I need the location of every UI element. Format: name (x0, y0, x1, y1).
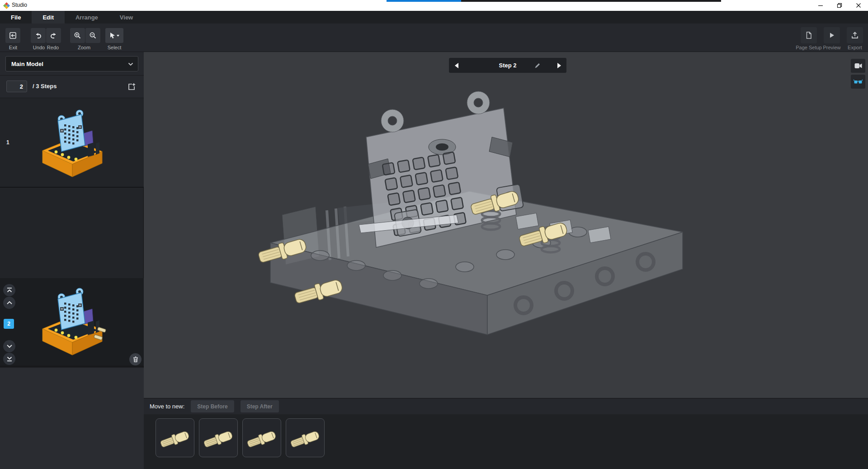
exit-icon (9, 32, 17, 39)
page-setup-button[interactable] (801, 27, 817, 43)
exit-button[interactable] (5, 28, 20, 43)
tan-axle-pin-icon (158, 419, 192, 457)
step-thumbnail-row-2[interactable]: 2 (0, 278, 144, 367)
selected-step-badge: 2 (4, 319, 14, 329)
menu-edit[interactable]: Edit (32, 11, 65, 24)
chevron-down-icon (128, 62, 133, 66)
chevron-down-to-line-icon (6, 356, 13, 362)
ghosted-model-render (252, 79, 704, 369)
glasses-icon (854, 79, 863, 85)
select-label: Select (108, 45, 122, 50)
move-step-to-top-button[interactable] (3, 284, 15, 296)
step-navigator: Step 2 (449, 58, 566, 73)
menu-view[interactable]: View (109, 11, 144, 24)
step-before-button[interactable]: Step Before (191, 400, 234, 412)
menu-bar: File Edit Arrange View (0, 11, 868, 24)
part-cell-4[interactable] (286, 418, 325, 457)
move-step-to-bottom-button[interactable] (3, 353, 15, 365)
close-button[interactable] (849, 0, 868, 11)
move-to-new-label: Move to new: (150, 403, 184, 410)
chevron-up-to-line-icon (6, 287, 13, 293)
zoom-in-button[interactable] (70, 28, 85, 43)
model-selector-value: Main Model (11, 61, 43, 67)
zoom-label: Zoom (78, 45, 90, 50)
undo-icon (34, 32, 42, 39)
undo-label: Undo (33, 45, 45, 50)
pencil-icon (534, 62, 541, 69)
exit-label: Exit (9, 45, 17, 50)
rename-step-button[interactable] (533, 61, 542, 70)
progress-bar-filled (387, 0, 461, 2)
restore-icon (837, 3, 842, 8)
window-title: Studio (12, 2, 27, 8)
move-step-up-button[interactable] (3, 297, 15, 309)
tan-axle-pin-icon (245, 419, 278, 457)
chevron-up-icon (6, 301, 13, 305)
arrow-right-icon (557, 63, 561, 68)
undo-button[interactable] (31, 28, 46, 43)
model-viewport[interactable]: Step 2 (144, 52, 868, 398)
steps-sidebar: Main Model 2 / 3 Steps 1 (0, 52, 144, 469)
step-after-button[interactable]: Step After (241, 400, 279, 412)
glasses-view-button[interactable] (851, 75, 865, 89)
step-thumbnail-row-1[interactable]: 1 (0, 98, 144, 188)
redo-button[interactable] (46, 28, 61, 43)
add-step-button[interactable] (125, 80, 138, 94)
select-cursor-icon (109, 32, 120, 39)
step-1-thumbnail (34, 105, 108, 181)
menu-file[interactable]: File (0, 11, 32, 24)
trash-icon (133, 356, 138, 362)
move-step-down-button[interactable] (3, 340, 15, 352)
model-selector-row: Main Model (0, 52, 144, 76)
export-label: Export (848, 45, 862, 50)
minimize-icon (818, 3, 823, 8)
select-tool-button[interactable] (105, 28, 123, 43)
sidebar-empty-panel (0, 367, 144, 469)
export-button[interactable] (847, 27, 863, 43)
preview-label: Preview (823, 45, 840, 50)
step-navigator-title: Step 2 (449, 58, 566, 73)
part-cell-3[interactable] (242, 418, 281, 457)
video-camera-icon (854, 63, 862, 69)
zoom-out-button[interactable] (85, 28, 100, 43)
tan-axle-pin-icon (288, 419, 322, 457)
redo-label: Redo (47, 45, 59, 50)
step-counter-row: 2 / 3 Steps (0, 76, 144, 98)
page-icon (805, 31, 813, 39)
total-steps-label: / 3 Steps (33, 83, 57, 90)
add-step-icon (127, 82, 136, 91)
play-icon (828, 32, 835, 39)
step-2-thumbnail (34, 284, 108, 360)
step-number: 1 (6, 139, 9, 146)
close-icon (856, 3, 861, 8)
next-step-button[interactable] (551, 58, 566, 73)
part-cell-2[interactable] (199, 418, 238, 457)
minimize-button[interactable] (811, 0, 830, 11)
app-logo-icon (3, 2, 10, 9)
preview-button[interactable] (824, 27, 840, 43)
zoom-in-icon (74, 32, 81, 39)
progress-bar-track (461, 0, 721, 2)
titlebar: Studio (0, 0, 868, 11)
toolbar: Exit Undo Redo Zoom (0, 24, 868, 52)
current-step-input[interactable]: 2 (6, 81, 27, 92)
step-parts-tray (144, 414, 868, 469)
menu-arrange[interactable]: Arrange (65, 11, 109, 24)
redo-icon (50, 32, 57, 39)
part-cell-1[interactable] (156, 418, 194, 457)
delete-step-button[interactable] (129, 353, 142, 365)
current-step-value: 2 (20, 83, 23, 90)
zoom-out-icon (89, 32, 97, 39)
page-setup-label: Page Setup (796, 45, 822, 50)
camera-view-button[interactable] (851, 59, 865, 73)
chevron-down-icon (6, 344, 13, 348)
restore-button[interactable] (830, 0, 849, 11)
model-selector-dropdown[interactable]: Main Model (5, 56, 138, 71)
export-icon (851, 31, 859, 39)
move-to-new-bar: Move to new: Step Before Step After (144, 398, 868, 414)
tan-axle-pin-icon (202, 419, 235, 457)
